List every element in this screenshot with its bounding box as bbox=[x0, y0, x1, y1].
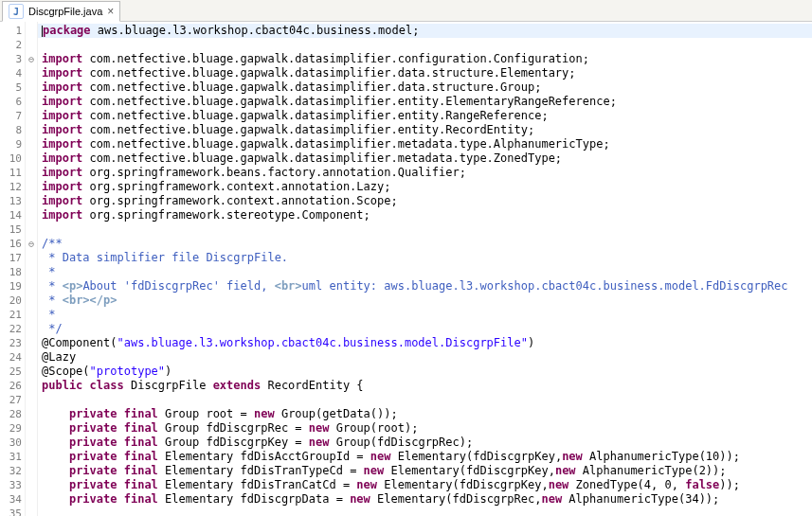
code-line[interactable]: @Component("aws.bluage.l3.workshop.cbact… bbox=[38, 336, 812, 350]
token-kw: new bbox=[350, 492, 370, 506]
fold-marker bbox=[26, 322, 37, 336]
code-line[interactable]: private final Elementary fdDiscgrpData =… bbox=[38, 492, 812, 507]
token-norm: com.netfective.bluage.gapwalk.datasimpli… bbox=[82, 66, 575, 80]
code-line[interactable]: import com.netfective.bluage.gapwalk.dat… bbox=[38, 52, 812, 66]
token-norm: Elementary fdDisAcctGroupId = bbox=[158, 450, 370, 463]
code-line[interactable]: import com.netfective.bluage.gapwalk.dat… bbox=[38, 151, 812, 166]
fold-marker bbox=[26, 365, 37, 379]
fold-marker bbox=[26, 492, 37, 507]
code-line[interactable] bbox=[38, 38, 812, 52]
token-kw: private bbox=[69, 407, 117, 420]
line-number: 3 bbox=[0, 52, 25, 66]
code-line[interactable]: @Lazy bbox=[38, 350, 812, 365]
code-line[interactable]: * <br></p> bbox=[38, 294, 812, 308]
code-line[interactable]: import com.netfective.bluage.gapwalk.dat… bbox=[38, 137, 812, 151]
token-kw: new bbox=[309, 421, 330, 435]
tab-filename: DiscgrpFile.java bbox=[28, 6, 102, 17]
line-number: 9 bbox=[0, 137, 25, 151]
code-line[interactable]: import com.netfective.bluage.gapwalk.dat… bbox=[38, 123, 812, 137]
token-cmt: * bbox=[42, 265, 55, 278]
token-norm bbox=[42, 421, 69, 435]
token-cmt: /** bbox=[42, 237, 63, 250]
code-line[interactable] bbox=[38, 222, 812, 237]
token-kw: new bbox=[356, 478, 377, 491]
token-kw: final bbox=[124, 478, 158, 491]
code-line[interactable]: import com.netfective.bluage.gapwalk.dat… bbox=[38, 95, 812, 109]
code-line[interactable]: import com.netfective.bluage.gapwalk.dat… bbox=[38, 80, 812, 95]
token-norm bbox=[117, 450, 123, 463]
token-kw: new bbox=[254, 407, 275, 420]
token-norm: )); bbox=[719, 478, 740, 491]
code-line[interactable]: * <p>About 'fdDiscgrpRec' field, <br>uml… bbox=[38, 279, 812, 294]
token-norm: RecordEntity { bbox=[261, 379, 363, 392]
token-norm bbox=[117, 436, 123, 449]
fold-marker bbox=[26, 464, 37, 478]
fold-marker bbox=[26, 478, 37, 492]
fold-marker[interactable]: ⊖ bbox=[26, 52, 37, 66]
line-number: 22 bbox=[0, 322, 25, 336]
token-cmt: * bbox=[42, 294, 63, 307]
fold-marker bbox=[26, 123, 37, 137]
token-kw: import bbox=[42, 194, 82, 207]
code-editor[interactable]: 1234567891011121314151617181920212223242… bbox=[0, 22, 812, 516]
code-line[interactable]: import org.springframework.context.annot… bbox=[38, 194, 812, 208]
code-line[interactable]: * bbox=[38, 265, 812, 279]
code-line[interactable] bbox=[38, 393, 812, 407]
token-norm: Group fdDiscgrpRec = bbox=[158, 421, 309, 435]
code-area[interactable]: package aws.bluage.l3.workshop.cbact04c.… bbox=[37, 22, 812, 516]
token-norm: org.springframework.beans.factory.annota… bbox=[82, 166, 466, 179]
code-line[interactable]: * Data simplifier file DiscgrpFile. bbox=[38, 251, 812, 265]
code-line[interactable]: private final Group fdDiscgrpRec = new G… bbox=[38, 421, 812, 436]
line-number: 31 bbox=[0, 450, 25, 464]
line-number: 10 bbox=[0, 151, 25, 166]
line-number: 33 bbox=[0, 478, 25, 492]
code-line[interactable]: * bbox=[38, 308, 812, 322]
line-number: 15 bbox=[0, 222, 25, 237]
code-line[interactable]: private final Group fdDiscgrpKey = new G… bbox=[38, 436, 812, 450]
token-kw: private bbox=[69, 450, 117, 463]
fold-marker bbox=[26, 421, 37, 436]
token-kw: import bbox=[42, 180, 82, 193]
token-norm: Elementary fdDiscgrpData = bbox=[158, 492, 350, 506]
fold-marker bbox=[26, 393, 37, 407]
code-line[interactable]: */ bbox=[38, 322, 812, 336]
editor-tab[interactable]: J DiscgrpFile.java × bbox=[2, 1, 120, 22]
code-line[interactable]: import org.springframework.context.annot… bbox=[38, 180, 812, 194]
line-number: 6 bbox=[0, 95, 25, 109]
token-norm: Group(fdDiscgrpRec); bbox=[329, 436, 473, 449]
code-line[interactable]: public class DiscgrpFile extends RecordE… bbox=[38, 379, 812, 393]
code-line[interactable]: import org.springframework.beans.factory… bbox=[38, 166, 812, 180]
line-number-gutter: 1234567891011121314151617181920212223242… bbox=[0, 22, 25, 516]
code-line[interactable] bbox=[38, 507, 812, 516]
code-line[interactable]: import org.springframework.stereotype.Co… bbox=[38, 208, 812, 222]
fold-marker[interactable]: ⊖ bbox=[26, 237, 37, 251]
fold-marker bbox=[26, 109, 37, 123]
token-kw: import bbox=[42, 109, 82, 122]
token-norm: Elementary(fdDiscgrpRec, bbox=[370, 492, 542, 506]
fold-marker bbox=[26, 251, 37, 265]
token-cmt: * bbox=[42, 279, 63, 293]
token-kw: new bbox=[549, 478, 569, 491]
code-line[interactable]: package aws.bluage.l3.workshop.cbact04c.… bbox=[38, 24, 812, 38]
code-line[interactable]: private final Elementary fdDisTranCatCd … bbox=[38, 478, 812, 492]
code-line[interactable]: /** bbox=[38, 237, 812, 251]
token-kw: import bbox=[42, 80, 82, 94]
code-line[interactable]: private final Group root = new Group(get… bbox=[38, 407, 812, 421]
line-number: 7 bbox=[0, 109, 25, 123]
line-number: 1 bbox=[0, 24, 25, 38]
token-kw: new bbox=[370, 450, 391, 463]
token-norm: com.netfective.bluage.gapwalk.datasimpli… bbox=[82, 151, 562, 165]
code-line[interactable]: private final Elementary fdDisTranTypeCd… bbox=[38, 464, 812, 478]
line-number: 35 bbox=[0, 507, 25, 516]
code-line[interactable]: @Scope("prototype") bbox=[38, 365, 812, 379]
token-norm: ZonedType(4, 0, bbox=[568, 478, 685, 491]
line-number: 27 bbox=[0, 393, 25, 407]
code-line[interactable]: import com.netfective.bluage.gapwalk.dat… bbox=[38, 66, 812, 80]
line-number: 16 bbox=[0, 237, 25, 251]
fold-marker bbox=[26, 450, 37, 464]
code-line[interactable]: import com.netfective.bluage.gapwalk.dat… bbox=[38, 109, 812, 123]
close-icon[interactable]: × bbox=[107, 6, 114, 17]
token-kw: private bbox=[69, 492, 117, 506]
token-norm bbox=[117, 421, 123, 435]
code-line[interactable]: private final Elementary fdDisAcctGroupI… bbox=[38, 450, 812, 464]
